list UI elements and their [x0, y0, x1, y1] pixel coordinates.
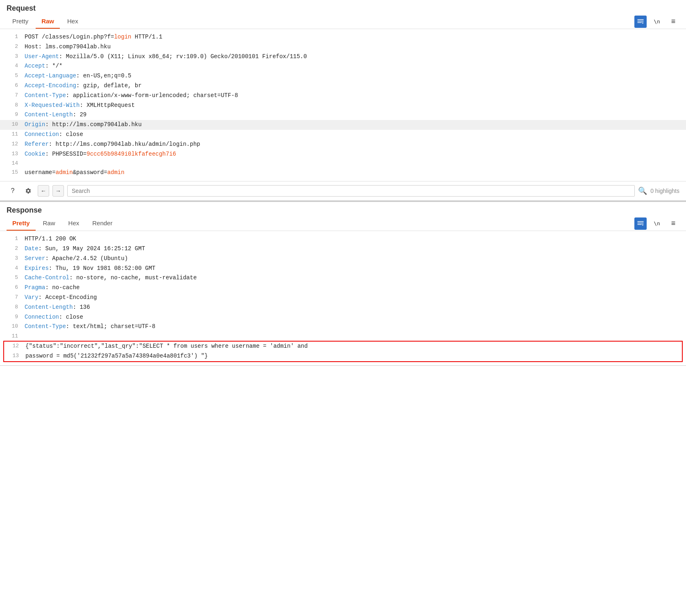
request-title: Request — [0, 0, 686, 13]
line-content: Content-Length: 29 — [25, 110, 679, 120]
line-number: 7 — [7, 293, 18, 303]
line-number: 10 — [7, 120, 18, 130]
line-content: Pragma: no-cache — [25, 283, 679, 293]
line-content: User-Agent: Mozilla/5.0 (X11; Linux x86_… — [25, 52, 679, 62]
line-number: 5 — [7, 71, 18, 81]
code-line-8: 8Content-Length: 136 — [0, 303, 686, 313]
line-number: 10 — [7, 322, 18, 332]
line-content: Server: Apache/2.4.52 (Ubuntu) — [25, 254, 679, 264]
line-content: Accept: */* — [25, 61, 679, 71]
code-line-2: 2Host: lms.comp7904lab.hku — [0, 42, 686, 52]
code-line-7: 7Content-Type: application/x-www-form-ur… — [0, 91, 686, 101]
line-content: POST /classes/Login.php?f=login HTTP/1.1 — [25, 32, 679, 42]
code-line-1: 1POST /classes/Login.php?f=login HTTP/1.… — [0, 32, 686, 42]
line-number: 6 — [7, 81, 18, 91]
menu-icon-request[interactable]: ≡ — [667, 16, 679, 28]
request-tabs: Pretty Raw Hex \n ≡ — [0, 13, 686, 29]
line-number: 11 — [7, 130, 18, 140]
line-content: Connection: close — [25, 130, 679, 140]
line-content: Cache-Control: no-store, no-cache, must-… — [25, 273, 679, 283]
line-content: X-Requested-With: XMLHttpRequest — [25, 101, 679, 111]
line-content: Vary: Accept-Encoding — [25, 293, 679, 303]
tab-response-pretty[interactable]: Pretty — [7, 216, 36, 231]
line-number: 3 — [7, 52, 18, 62]
response-tabs: Pretty Raw Hex Render \n ≡ — [0, 215, 686, 231]
line-number: 1 — [7, 32, 18, 42]
code-line-7: 7Vary: Accept-Encoding — [0, 293, 686, 303]
line-number: 13 — [7, 351, 19, 361]
tab-response-raw[interactable]: Raw — [37, 216, 61, 231]
search-back-btn-request[interactable]: ← — [38, 185, 49, 197]
response-code: 1HTTP/1.1 200 OK2Date: Sun, 19 May 2024 … — [0, 231, 686, 365]
line-content — [25, 159, 679, 168]
svg-rect-1 — [638, 20, 644, 21]
code-line-5: 5Cache-Control: no-store, no-cache, must… — [0, 273, 686, 283]
code-line-11: 11Connection: close — [0, 130, 686, 140]
search-forward-btn-request[interactable]: → — [52, 185, 64, 197]
line-number: 12 — [7, 140, 18, 149]
line-content: Content-Type: text/html; charset=UTF-8 — [25, 322, 679, 332]
code-line-2: 2Date: Sun, 19 May 2024 16:25:12 GMT — [0, 244, 686, 254]
line-content: Connection: close — [25, 313, 679, 322]
tab-request-raw[interactable]: Raw — [36, 14, 60, 29]
line-number: 8 — [7, 101, 18, 111]
code-line-6: 6Accept-Encoding: gzip, deflate, br — [0, 81, 686, 91]
code-line-10: 10Origin: http://lms.comp7904lab.hku — [0, 120, 686, 130]
line-content: Accept-Encoding: gzip, deflate, br — [25, 81, 679, 91]
code-line-4: 4Accept: */* — [0, 61, 686, 71]
line-number: 3 — [7, 254, 18, 264]
line-number: 9 — [7, 110, 18, 120]
search-input-request[interactable] — [67, 185, 635, 197]
line-content — [25, 332, 679, 341]
code-line-6: 6Pragma: no-cache — [0, 283, 686, 293]
line-content: password = md5('21232f297a57a5a743894a0e… — [25, 351, 675, 361]
line-number: 7 — [7, 91, 18, 101]
request-panel: Request Pretty Raw Hex \n ≡ 1POST /class… — [0, 0, 686, 201]
line-content: Referer: http://lms.comp7904lab.hku/admi… — [25, 140, 679, 149]
wrap-icon-response[interactable] — [634, 217, 647, 230]
help-icon-request[interactable]: ? — [7, 185, 19, 197]
line-content: Origin: http://lms.comp7904lab.hku — [25, 120, 679, 130]
request-code: 1POST /classes/Login.php?f=login HTTP/1.… — [0, 29, 686, 181]
line-number: 6 — [7, 283, 18, 293]
code-line-12: 12Referer: http://lms.comp7904lab.hku/ad… — [0, 140, 686, 149]
code-line-11: 11 — [0, 332, 686, 341]
line-content: Date: Sun, 19 May 2024 16:25:12 GMT — [25, 244, 679, 254]
code-line-12: 12{"status":"incorrect","last_qry":"SELE… — [3, 341, 683, 351]
line-number: 1 — [7, 234, 18, 244]
line-number: 13 — [7, 149, 18, 159]
line-number: 2 — [7, 244, 18, 254]
tab-response-hex[interactable]: Hex — [63, 216, 85, 231]
tab-response-render[interactable]: Render — [86, 216, 118, 231]
line-content: Content-Length: 136 — [25, 303, 679, 313]
highlights-count-request: 0 highlights — [650, 188, 679, 194]
line-number: 9 — [7, 313, 18, 322]
code-line-14: 14 — [0, 159, 686, 168]
code-line-1: 1HTTP/1.1 200 OK — [0, 234, 686, 244]
wrap-icon-request[interactable] — [634, 16, 647, 28]
tab-request-pretty[interactable]: Pretty — [7, 14, 34, 29]
response-tab-actions: \n ≡ — [634, 217, 679, 230]
svg-rect-2 — [638, 221, 644, 222]
settings-icon-request[interactable] — [22, 185, 34, 197]
newline-icon-response[interactable]: \n — [651, 217, 663, 230]
code-line-9: 9Connection: close — [0, 313, 686, 322]
line-number: 4 — [7, 264, 18, 274]
line-content: username=admin&password=admin — [25, 168, 679, 178]
response-panel: Response Pretty Raw Hex Render \n ≡ 1HTT… — [0, 201, 686, 366]
code-line-4: 4Expires: Thu, 19 Nov 1981 08:52:00 GMT — [0, 264, 686, 274]
menu-icon-response[interactable]: ≡ — [667, 217, 679, 230]
newline-icon-request[interactable]: \n — [651, 16, 663, 28]
line-number: 11 — [7, 332, 18, 341]
code-line-9: 9Content-Length: 29 — [0, 110, 686, 120]
line-content: Cookie: PHPSESSID=9ccc65b9849i0lkfafeecg… — [25, 149, 679, 159]
line-content: HTTP/1.1 200 OK — [25, 234, 679, 244]
tab-request-hex[interactable]: Hex — [61, 14, 84, 29]
line-content: Host: lms.comp7904lab.hku — [25, 42, 679, 52]
request-search-bar: ? ← → 🔍 0 highlights — [0, 181, 686, 201]
request-tab-actions: \n ≡ — [634, 16, 679, 28]
line-number: 12 — [7, 342, 19, 351]
svg-rect-0 — [638, 19, 644, 20]
line-number: 4 — [7, 61, 18, 71]
response-title: Response — [0, 202, 686, 215]
